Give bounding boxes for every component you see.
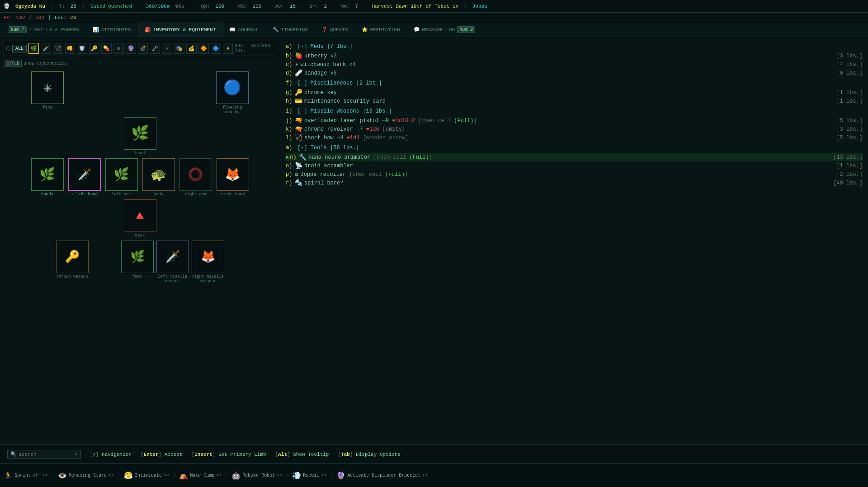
item-nano-animator[interactable]: ▶ n) 🔧 nano-neuro animator [chem cell (F… xyxy=(286,153,863,161)
tab-skills-icon: ⚡ xyxy=(29,27,32,33)
world-time: Harvest Dawn 19th of Tebet Ux xyxy=(372,4,458,9)
tab-quests[interactable]: ❓ QUESTS xyxy=(315,23,355,37)
filter-icon-quest: ⬡ xyxy=(6,45,10,52)
feet-item-icon: 🌿 xyxy=(130,250,145,264)
hands-slot[interactable]: 🌿 hands xyxy=(31,158,64,197)
tab-inventory[interactable]: 🎒 INVENTORY & EQUIPMENT xyxy=(138,23,223,37)
section-missile[interactable]: i) [-] Missile Weapons |13 lbs.| xyxy=(286,108,863,114)
cybernetics-label: show cybernetics xyxy=(24,61,67,66)
main-content: ⬡ ALL 🌿 🗡️ 🏹 👊 🛡️ 🔑 💊 ⚙️ 🔮 💣 🗝️ ⚡ 🎭 💰 🔶 … xyxy=(0,37,868,444)
item-bandage[interactable]: d) 🩹 bandage x8 [0 lbs.] xyxy=(286,69,863,77)
item-urberry[interactable]: b) 🍓 urberry x3 [3 lbs.] xyxy=(286,52,863,60)
section-meds[interactable]: a) [-] Meds |7 lbs.| xyxy=(286,43,863,50)
search-clear-icon[interactable]: ✕ xyxy=(75,451,78,457)
thrown-weapon-slot[interactable]: 🔑 thrown weapon xyxy=(56,241,89,284)
body-label: body xyxy=(154,192,164,197)
face-slot[interactable]: ✳️ face xyxy=(31,71,64,114)
item-witchwood[interactable]: c) ⚡ witchwood bark x4 [4 lbs.] xyxy=(286,60,863,69)
filter-mask-icon[interactable]: 🎭 xyxy=(174,43,184,54)
filter-all-button[interactable]: ALL xyxy=(12,45,27,52)
floating-label: floating nearby xyxy=(216,105,249,114)
hp-bar: HP: 132 / 132 | LVL: 23 xyxy=(0,13,868,23)
tab-inventory-icon: 🎒 xyxy=(145,27,151,33)
item-droid-scrambler[interactable]: o) 📡 droid scrambler [1 lbs.] xyxy=(286,161,863,170)
tab-attributes[interactable]: 📊 ATTRIBUTES xyxy=(86,23,138,37)
body-slot[interactable]: 🐢 body xyxy=(142,158,175,197)
messagelog-badge: Num 9 xyxy=(457,26,475,33)
sprint-icon: 🏃 xyxy=(4,471,13,480)
tab-messagelog-icon: 💬 xyxy=(414,27,420,33)
right-arm-slot[interactable]: ⭕ right arm xyxy=(179,158,212,197)
head-slot[interactable]: 🌿 head xyxy=(124,117,156,156)
tab-key: ⬛Tab xyxy=(4,60,22,67)
tab-reputation-label: REPUTATION xyxy=(370,27,400,33)
floating-nearby-slot[interactable]: 🔵 floating nearby xyxy=(216,71,249,114)
right-arm-item-icon: ⭕ xyxy=(188,167,203,182)
section-tools[interactable]: m) [-] Tools |56 lbs.| xyxy=(286,145,863,151)
ability-sprint[interactable]: 🏃 Sprint off <> xyxy=(4,471,48,480)
back-slot[interactable]: 🔺 back xyxy=(124,199,156,238)
filter-weapon-icon[interactable]: 🗡️ xyxy=(41,43,51,54)
tab-skills[interactable]: Num 7 ⚡ SKILLS & POWERS xyxy=(2,23,86,37)
section-misc[interactable]: f) [-] Miscellaneous |2 lbs.| xyxy=(286,80,863,86)
filter-gear-icon[interactable]: ⚙️ xyxy=(113,43,124,54)
make-camp-icon: ⛺ xyxy=(179,471,188,480)
item-spiral-borer[interactable]: r) 🔩 spiral borer [40 lbs.] xyxy=(286,179,863,187)
right-hand-label: right hand xyxy=(220,192,245,197)
filter-diamond-icon[interactable]: 🔶 xyxy=(198,43,209,54)
filter-plants-icon[interactable]: 🌿 xyxy=(28,43,39,54)
filter-lightning-icon[interactable]: ⚡ xyxy=(162,43,172,54)
filter-fist-icon[interactable]: 👊 xyxy=(65,43,75,54)
ability-recoil[interactable]: 💨 Recoil <> xyxy=(292,471,326,480)
left-hand-item-icon: 🗡️ xyxy=(78,168,91,181)
item-chrome-key[interactable]: g) 🔑 chrome key [1 lbs.] xyxy=(286,88,863,97)
search-box[interactable]: 🔍 ✕ xyxy=(7,450,81,459)
recoil-icon: 💨 xyxy=(292,471,301,480)
search-icon: 🔍 xyxy=(10,451,17,457)
ability-menacing-stare[interactable]: 👁️ Menacing Stare <> xyxy=(58,471,114,480)
nav-tabs: Num 7 ⚡ SKILLS & POWERS 📊 ATTRIBUTES 🎒 I… xyxy=(0,23,868,37)
tab-journal[interactable]: 📖 JOURNAL xyxy=(222,23,265,37)
ability-displacer-bracelet[interactable]: 🔮 Activate Displacer Bracelet <> xyxy=(336,471,428,480)
feet-label: feet xyxy=(132,274,142,279)
filter-orb-icon[interactable]: 🔮 xyxy=(126,43,136,54)
tab-attributes-label: ATTRIBUTES xyxy=(101,27,131,33)
keybind-navigation: [⚡] navigation xyxy=(90,451,132,457)
filter-gem-icon[interactable]: 🔷 xyxy=(211,43,221,54)
cybernetics-toggle[interactable]: ⬛Tab show cybernetics xyxy=(4,60,276,67)
ability-make-camp[interactable]: ⛺ Make Camp <> xyxy=(179,471,222,480)
location: Joppa xyxy=(472,4,487,9)
tab-skills-label: SKILLS & POWERS xyxy=(34,27,79,33)
head-label: head xyxy=(135,151,145,156)
tab-reputation[interactable]: ⭐ REPUTATION xyxy=(355,23,407,37)
skull-icon: 💀 xyxy=(4,3,10,9)
filter-shield-icon[interactable]: 🛡️ xyxy=(77,43,87,54)
item-security-card[interactable]: h) 💳 maintenance security card [1 lbs.] xyxy=(286,97,863,105)
right-hand-slot[interactable]: 🦊 right hand xyxy=(217,158,249,197)
item-joppa-recoiler[interactable]: p) ⚙️ Joppa recoiler [chem cell (Full)] … xyxy=(286,170,863,179)
filter-med-icon[interactable]: 💊 xyxy=(101,43,112,54)
filter-bow-icon[interactable]: 🏹 xyxy=(53,43,63,54)
ability-rebuke-robot[interactable]: 🤖 Rebuke Robot <> xyxy=(231,471,282,480)
inventory-panel: a) [-] Meds |7 lbs.| b) 🍓 urberry x3 [3 … xyxy=(280,37,868,444)
item-chrome-revolver[interactable]: k) 🔫 chrome revolver →7 ❤1d6 [empty] [3 … xyxy=(286,125,863,133)
right-missile-slot[interactable]: 🦊 right missile weapon xyxy=(192,241,224,284)
back-item-icon: 🔺 xyxy=(132,208,148,223)
feet-slot[interactable]: 🌿 feet xyxy=(121,241,154,284)
filter-bomb-icon[interactable]: 💣 xyxy=(138,43,148,54)
item-short-bow[interactable]: l) 🏹 short bow →4 ❤1d4 [wooden arrow] [5… xyxy=(286,133,863,142)
face-item-icon: ✳️ xyxy=(43,79,52,97)
search-input[interactable] xyxy=(19,452,73,457)
left-arm-slot[interactable]: 🌿 left arm xyxy=(105,158,138,197)
tab-messagelog[interactable]: 💬 MESSAGE LOG Num 9 xyxy=(407,23,482,37)
filter-artifact-icon[interactable]: A xyxy=(223,43,233,54)
left-hand-slot[interactable]: 🗡️ • left hand xyxy=(68,158,101,197)
ability-intimidate[interactable]: 😤 Intimidate <> xyxy=(124,471,169,480)
filter-coin-icon[interactable]: 💰 xyxy=(186,43,197,54)
filter-key2-icon[interactable]: 🗝️ xyxy=(150,43,160,54)
item-laser-pistol[interactable]: j) 🔫 overloaded laser pistol →9 ❤1d10+2 … xyxy=(286,116,863,125)
filter-key-icon[interactable]: 🔑 xyxy=(89,43,99,54)
skills-badge: Num 7 xyxy=(9,26,27,33)
left-missile-slot[interactable]: 🗡️ left missile weapon xyxy=(156,241,189,284)
tab-tinkering[interactable]: 🔧 TINKERING xyxy=(266,23,315,37)
